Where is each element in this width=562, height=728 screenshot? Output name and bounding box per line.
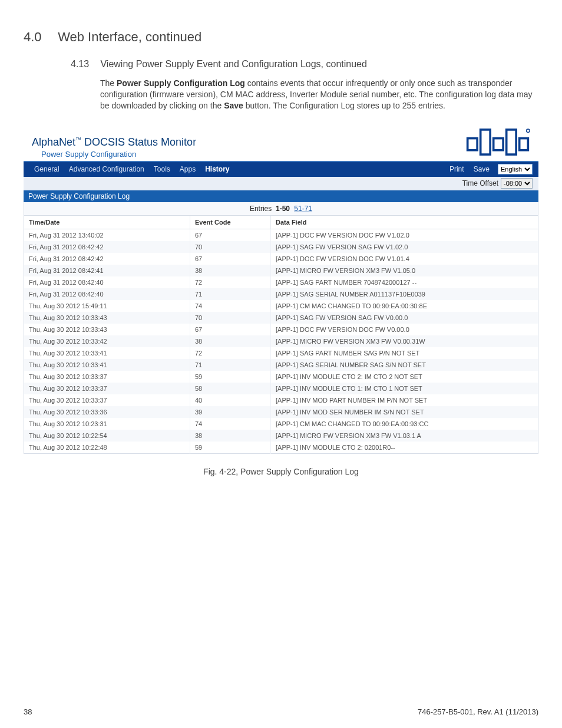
cell-data-field: [APP-1] INV MOD SER NUMBER IM S/N NOT SE… — [271, 406, 538, 418]
brand-title-a: AlphaNet — [32, 136, 75, 148]
cell-data-field: [APP-1] SAG PART NUMBER SAG P/N NOT SET — [271, 347, 538, 359]
cell-event-code: 40 — [190, 394, 271, 406]
table-row: Thu, Aug 30 2012 10:33:3740[APP-1] INV M… — [24, 394, 538, 406]
cell-event-code: 58 — [190, 383, 271, 394]
pager-next-link[interactable]: 51-71 — [294, 205, 312, 213]
page-number: 38 — [24, 707, 32, 716]
table-row: Thu, Aug 30 2012 10:33:4171[APP-1] SAG S… — [24, 359, 538, 371]
cell-data-field: [APP-1] MICRO FW VERSION XM3 FW V1.03.1 … — [271, 430, 538, 442]
cell-event-code: 38 — [190, 430, 271, 442]
cell-event-code: 71 — [190, 359, 271, 371]
cell-data-field: [APP-1] DOC FW VERSION DOC FW V1.01.4 — [271, 253, 538, 265]
cell-time: Thu, Aug 30 2012 15:49:11 — [24, 300, 190, 312]
cell-event-code: 67 — [190, 253, 271, 265]
nav-bar: General Advanced Configuration Tools App… — [24, 161, 538, 177]
cell-data-field: [APP-1] INV MODULE CTO 1: IM CTO 1 NOT S… — [271, 383, 538, 394]
config-log-table: Time/Date Event Code Data Field Fri, Aug… — [24, 216, 538, 454]
table-row: Thu, Aug 30 2012 10:33:3759[APP-1] INV M… — [24, 371, 538, 383]
cell-event-code: 59 — [190, 371, 271, 383]
save-button[interactable]: Save — [469, 165, 494, 173]
cell-time: Fri, Aug 31 2012 13:40:02 — [24, 229, 190, 241]
cell-time: Thu, Aug 30 2012 10:33:37 — [24, 371, 190, 383]
svg-point-5 — [527, 129, 530, 133]
cell-time: Thu, Aug 30 2012 10:22:48 — [24, 442, 190, 454]
cell-event-code: 38 — [190, 265, 271, 276]
table-row: Fri, Aug 31 2012 08:42:4138[APP-1] MICRO… — [24, 265, 538, 276]
brand-block: AlphaNet™ DOCSIS Status Monitor Power Su… — [32, 136, 196, 159]
table-row: Fri, Aug 31 2012 08:42:4071[APP-1] SAG S… — [24, 288, 538, 300]
tab-tools[interactable]: Tools — [149, 165, 175, 173]
table-row: Thu, Aug 30 2012 10:23:3174[APP-1] CM MA… — [24, 418, 538, 430]
doc-id: 746-257-B5-001, Rev. A1 (11/2013) — [418, 707, 538, 716]
cell-data-field: [APP-1] MICRO FW VERSION XM3 FW V1.05.0 — [271, 265, 538, 276]
cell-time: Thu, Aug 30 2012 10:33:42 — [24, 335, 190, 347]
subsection-heading: 4.13 Viewing Power Supply Event and Conf… — [71, 59, 538, 70]
cell-event-code: 38 — [190, 335, 271, 347]
cell-event-code: 72 — [190, 347, 271, 359]
heading2-text: Viewing Power Supply Event and Configura… — [100, 59, 366, 69]
svg-rect-3 — [507, 130, 517, 154]
tab-advanced[interactable]: Advanced Configuration — [64, 165, 149, 173]
print-button[interactable]: Print — [445, 165, 469, 173]
brand-subtitle: Power Supply Configuration — [41, 150, 196, 159]
cell-time: Thu, Aug 30 2012 10:33:41 — [24, 359, 190, 371]
cell-data-field: [APP-1] CM MAC CHANGED TO 00:90:EA:00:30… — [271, 300, 538, 312]
cell-time: Thu, Aug 30 2012 10:33:36 — [24, 406, 190, 418]
table-row: Thu, Aug 30 2012 10:33:4367[APP-1] DOC F… — [24, 324, 538, 335]
svg-rect-1 — [481, 130, 491, 154]
alpha-logo-icon — [465, 128, 530, 159]
cell-time: Thu, Aug 30 2012 10:33:37 — [24, 394, 190, 406]
table-row: Thu, Aug 30 2012 10:33:3639[APP-1] INV M… — [24, 406, 538, 418]
page-heading: 4.0 Web Interface, continued — [24, 29, 538, 45]
status-monitor-ui: AlphaNet™ DOCSIS Status Monitor Power Su… — [24, 124, 538, 454]
cell-data-field: [APP-1] CM MAC CHANGED TO 00:90:EA:00:93… — [271, 418, 538, 430]
cell-event-code: 71 — [190, 288, 271, 300]
cell-event-code: 72 — [190, 276, 271, 288]
col-data-field: Data Field — [271, 216, 538, 229]
cell-data-field: [APP-1] INV MODULE CTO 2: IM CTO 2 NOT S… — [271, 371, 538, 383]
cell-time: Thu, Aug 30 2012 10:33:37 — [24, 383, 190, 394]
cell-time: Fri, Aug 31 2012 08:42:42 — [24, 241, 190, 253]
figure-caption: Fig. 4-22, Power Supply Configuration Lo… — [24, 467, 538, 476]
language-select[interactable]: English — [498, 164, 533, 174]
cell-time: Fri, Aug 31 2012 08:42:42 — [24, 253, 190, 265]
table-row: Thu, Aug 30 2012 10:33:4172[APP-1] SAG P… — [24, 347, 538, 359]
svg-rect-2 — [494, 138, 504, 150]
cell-event-code: 39 — [190, 406, 271, 418]
tab-history[interactable]: History — [200, 165, 234, 173]
table-row: Thu, Aug 30 2012 15:49:1174[APP-1] CM MA… — [24, 300, 538, 312]
cell-data-field: [APP-1] MICRO FW VERSION XM3 FW V0.00.31… — [271, 335, 538, 347]
cell-time: Fri, Aug 31 2012 08:42:40 — [24, 276, 190, 288]
cell-event-code: 67 — [190, 324, 271, 335]
pager-current: 1-50 — [276, 205, 290, 213]
time-offset-select[interactable]: -08:00 — [501, 178, 533, 189]
cell-data-field: [APP-1] SAG FW VERSION SAG FW V1.02.0 — [271, 241, 538, 253]
tab-apps[interactable]: Apps — [175, 165, 200, 173]
cell-time: Fri, Aug 31 2012 08:42:40 — [24, 288, 190, 300]
cell-time: Thu, Aug 30 2012 10:33:41 — [24, 347, 190, 359]
table-row: Fri, Aug 31 2012 13:40:0267[APP-1] DOC F… — [24, 229, 538, 241]
cell-data-field: [APP-1] SAG PART NUMBER 7048742000127 -- — [271, 276, 538, 288]
cell-data-field: [APP-1] INV MODULE CTO 2: 02001R0-- — [271, 442, 538, 454]
page-footer: 38 746-257-B5-001, Rev. A1 (11/2013) — [24, 707, 538, 716]
heading1-num: 4.0 — [24, 29, 54, 45]
cell-event-code: 74 — [190, 418, 271, 430]
cell-event-code: 59 — [190, 442, 271, 454]
cell-data-field: [APP-1] SAG SERIAL NUMBER A011137F10E003… — [271, 288, 538, 300]
table-row: Thu, Aug 30 2012 10:22:5438[APP-1] MICRO… — [24, 430, 538, 442]
cell-event-code: 67 — [190, 229, 271, 241]
tab-general[interactable]: General — [29, 165, 64, 173]
cell-time: Fri, Aug 31 2012 08:42:41 — [24, 265, 190, 276]
cell-data-field: [APP-1] DOC FW VERSION DOC FW V0.00.0 — [271, 324, 538, 335]
body-paragraph: The Power Supply Configuration Log conta… — [100, 78, 538, 111]
cell-data-field: [APP-1] INV MOD PART NUMBER IM P/N NOT S… — [271, 394, 538, 406]
cell-time: Thu, Aug 30 2012 10:23:31 — [24, 418, 190, 430]
cell-data-field: [APP-1] SAG SERIAL NUMBER SAG S/N NOT SE… — [271, 359, 538, 371]
cell-event-code: 70 — [190, 312, 271, 324]
cell-time: Thu, Aug 30 2012 10:22:54 — [24, 430, 190, 442]
svg-rect-0 — [468, 138, 478, 150]
table-row: Thu, Aug 30 2012 10:33:3758[APP-1] INV M… — [24, 383, 538, 394]
table-row: Thu, Aug 30 2012 10:33:4238[APP-1] MICRO… — [24, 335, 538, 347]
log-section-title: Power Supply Configuration Log — [24, 190, 538, 202]
col-time: Time/Date — [24, 216, 190, 229]
